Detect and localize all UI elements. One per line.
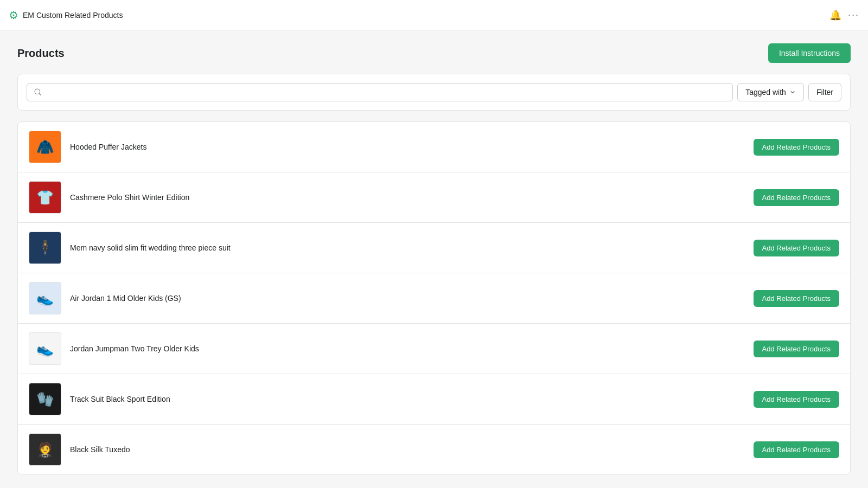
table-row: 🤵 Black Silk Tuxedo Add Related Products [18, 425, 850, 474]
table-row: 👟 Air Jordan 1 Mid Older Kids (GS) Add R… [18, 273, 850, 324]
search-wrapper [27, 83, 733, 101]
add-related-products-button[interactable]: Add Related Products [754, 290, 839, 307]
notification-icon[interactable]: 🔔 [829, 9, 841, 21]
product-thumbnail: 🕴 [29, 232, 61, 264]
product-thumbnail: 👟 [29, 332, 61, 365]
add-related-products-button[interactable]: Add Related Products [754, 189, 839, 206]
product-name: Cashmere Polo Shirt Winter Edition [70, 193, 745, 202]
tagged-with-button[interactable]: Tagged with [737, 83, 804, 101]
table-row: 👕 Cashmere Polo Shirt Winter Edition Add… [18, 172, 850, 223]
product-thumbnail: 👕 [29, 181, 61, 214]
app-icon: ⚙ [9, 9, 18, 22]
page-header: Products Install Instructions [17, 43, 851, 63]
product-name: Mem navy solid slim fit wedding three pi… [70, 243, 745, 252]
add-related-products-button[interactable]: Add Related Products [754, 139, 839, 156]
more-icon[interactable]: ··· [848, 9, 859, 21]
table-row: 🧤 Track Suit Black Sport Edition Add Rel… [18, 374, 850, 425]
product-thumbnail: 🤵 [29, 433, 61, 466]
table-row: 🕴 Mem navy solid slim fit wedding three … [18, 223, 850, 273]
product-name: Hooded Puffer Jackets [70, 143, 745, 151]
table-row: 🧥 Hooded Puffer Jackets Add Related Prod… [18, 122, 850, 172]
product-name: Air Jordan 1 Mid Older Kids (GS) [70, 294, 745, 303]
filter-button[interactable]: Filter [808, 83, 841, 101]
add-related-products-button[interactable]: Add Related Products [754, 441, 839, 458]
add-related-products-button[interactable]: Add Related Products [754, 341, 839, 357]
top-bar-left: ⚙ EM Custom Related Products [9, 9, 123, 22]
add-related-products-button[interactable]: Add Related Products [754, 391, 839, 408]
search-filter-row: Tagged with Filter [17, 74, 851, 111]
product-thumbnail: 🧤 [29, 383, 61, 415]
product-thumbnail: 🧥 [29, 131, 61, 163]
page-title: Products [17, 47, 65, 60]
search-icon [34, 88, 42, 97]
product-name: Track Suit Black Sport Edition [70, 395, 745, 403]
tagged-with-label: Tagged with [745, 88, 786, 97]
product-name: Jordan Jumpman Two Trey Older Kids [70, 344, 745, 353]
products-table: 🧥 Hooded Puffer Jackets Add Related Prod… [17, 121, 851, 475]
top-bar: ⚙ EM Custom Related Products 🔔 ··· [0, 0, 868, 30]
app-title: EM Custom Related Products [23, 11, 123, 20]
product-thumbnail: 👟 [29, 282, 61, 314]
main-content: Products Install Instructions Tagged wit… [0, 30, 868, 488]
search-input[interactable] [47, 84, 726, 101]
top-bar-right: 🔔 ··· [829, 9, 859, 21]
table-row: 👟 Jordan Jumpman Two Trey Older Kids Add… [18, 324, 850, 374]
chevron-down-icon [789, 89, 796, 95]
add-related-products-button[interactable]: Add Related Products [754, 240, 839, 256]
install-instructions-button[interactable]: Install Instructions [768, 43, 851, 63]
filter-label: Filter [816, 88, 833, 97]
product-name: Black Silk Tuxedo [70, 445, 745, 454]
